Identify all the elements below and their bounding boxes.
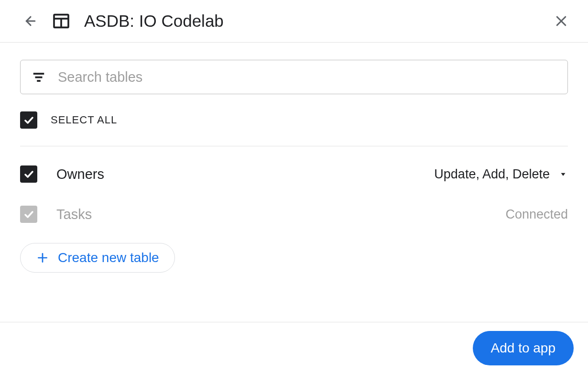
table-permissions: Update, Add, Delete	[434, 167, 550, 182]
check-icon	[23, 168, 34, 180]
create-table-label: Create new table	[58, 250, 159, 265]
select-all-checkbox[interactable]	[20, 111, 37, 129]
content: SELECT ALL Owners Update, Add, Delete	[0, 43, 588, 273]
svg-marker-9	[561, 173, 566, 176]
plus-icon	[36, 251, 49, 264]
table-status: Connected	[505, 207, 568, 222]
footer: Add to app	[0, 322, 588, 374]
select-all-row: SELECT ALL	[20, 94, 568, 146]
page-title: ASDB: IO Codelab	[84, 11, 554, 31]
back-button[interactable]	[23, 13, 38, 29]
close-icon	[554, 14, 568, 28]
arrow-left-icon	[23, 14, 38, 28]
svg-rect-7	[35, 77, 43, 78]
caret-down-icon	[559, 170, 567, 178]
table-row: Tasks Connected	[20, 194, 568, 234]
table-name: Tasks	[56, 207, 505, 222]
select-all-label: SELECT ALL	[51, 114, 117, 126]
svg-rect-6	[33, 73, 44, 75]
permissions-dropdown[interactable]	[558, 169, 568, 179]
search-box[interactable]	[20, 60, 568, 94]
table-checkbox-owners[interactable]	[20, 165, 37, 183]
table-name: Owners	[56, 166, 434, 182]
add-to-app-button[interactable]: Add to app	[473, 331, 574, 365]
header: ASDB: IO Codelab	[0, 0, 588, 43]
search-input[interactable]	[58, 69, 559, 85]
filter-icon	[29, 67, 48, 87]
create-table-button[interactable]: Create new table	[20, 243, 175, 273]
table-checkbox-tasks[interactable]	[20, 206, 37, 223]
check-icon	[23, 209, 34, 220]
close-button[interactable]	[554, 13, 569, 29]
check-icon	[23, 114, 34, 126]
database-icon	[52, 11, 71, 31]
svg-rect-8	[37, 80, 41, 82]
table-list: Owners Update, Add, Delete Tasks Connect…	[20, 146, 568, 234]
table-row: Owners Update, Add, Delete	[20, 154, 568, 194]
